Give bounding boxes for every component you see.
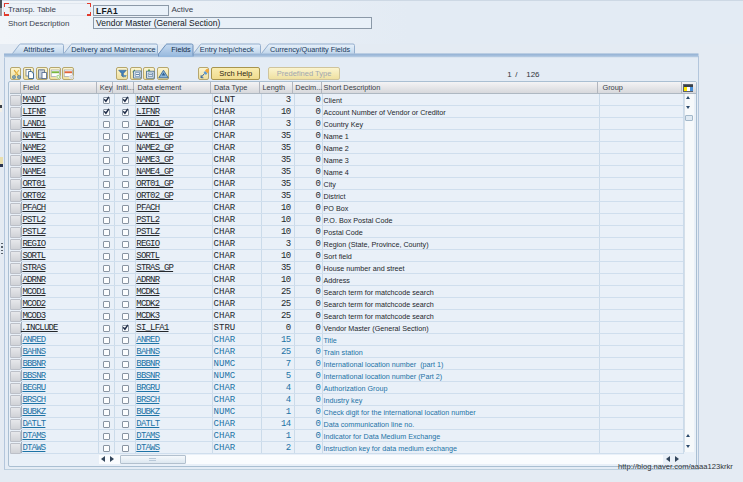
svg-text:Entry help/check: Entry help/check [200, 45, 254, 54]
svg-text:Attributes: Attributes [24, 45, 55, 54]
svg-text:Delivery and Maintenance: Delivery and Maintenance [71, 45, 155, 54]
svg-text:Currency/Quantity Fields: Currency/Quantity Fields [270, 45, 351, 54]
svg-text:Fields: Fields [171, 45, 191, 54]
